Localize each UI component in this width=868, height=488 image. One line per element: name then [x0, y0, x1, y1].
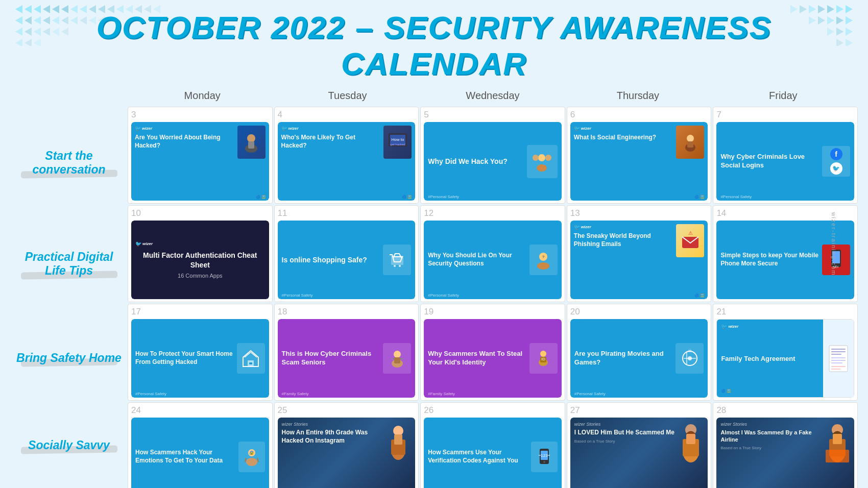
card-image-5 [527, 145, 558, 178]
svg-rect-110 [394, 434, 402, 445]
day-18: 18 This is How Cyber Criminals Scam Seni… [274, 304, 419, 401]
card-image-3 [237, 126, 266, 159]
card-title-4: Who's More Likely To Get Hacked? [281, 134, 381, 150]
day-21: 21 🐦wizer Family Tech Agreement 🔵 🖼️ [713, 304, 858, 401]
svg-rect-65 [687, 141, 693, 148]
card-title-26: How Scammers Use Your Verification Codes… [428, 449, 528, 465]
hashtag-20: #Personal Safety [574, 392, 606, 396]
cell-content-17[interactable]: How To Protect Your Smart Home From Gett… [131, 319, 269, 398]
svg-text:?: ? [542, 255, 545, 259]
card-icons-3: 🔵 🖼️ [256, 195, 266, 199]
date-28: 28 [716, 405, 854, 416]
hashtag-18: #Family Safety [282, 392, 309, 396]
day-header-thursday: Thursday [565, 87, 710, 105]
day-13: 13 🐦wizer The Sneaky World Beyond Phishi… [567, 205, 712, 302]
svg-point-67 [394, 265, 396, 267]
day-7: 7 Why Cyber Criminals Love Social Logins… [713, 107, 858, 204]
cell-content-25[interactable]: wizer Stories How An Entire 9th Grade Wa… [278, 418, 416, 488]
date-12: 12 [424, 208, 562, 218]
svg-rect-124 [833, 434, 842, 444]
date-3: 3 [131, 110, 269, 120]
cell-content-13[interactable]: 🐦wizer The Sneaky World Beyond Phishing … [570, 221, 708, 299]
cell-content-28[interactable]: wizer Stories Almost I Was Scammed By a … [716, 418, 854, 488]
svg-point-62 [533, 155, 539, 161]
svg-rect-99 [831, 357, 846, 358]
day-header-monday: Monday [130, 87, 275, 105]
cell-content-14[interactable]: Simple Steps to keep Your Mobile Phone M… [716, 221, 854, 299]
date-10: 10 [131, 208, 269, 218]
day-6: 6 🐦wizer What Is Social Engineering? [567, 107, 712, 204]
svg-rect-103 [831, 369, 840, 370]
card-title-12: Why You Should Lie On Your Security Ques… [428, 252, 526, 267]
wizer-logo-10: 🐦wizer [135, 241, 153, 247]
card-image-18 [383, 343, 411, 374]
hashtag-5: #Personal Safety [428, 194, 459, 199]
cell-content-6[interactable]: 🐦wizer What Is Social Engineering? [570, 122, 708, 201]
svg-point-70 [537, 262, 549, 270]
page-title: OCTOBER 2022 – SECURITY AWARENESS CALEND… [15, 9, 853, 82]
card-image-27 [679, 422, 704, 465]
cell-content-24[interactable]: How Scammers Hack Your Emotions To Get T… [131, 418, 269, 488]
svg-text:NO!: NO! [833, 265, 839, 269]
svg-point-59 [538, 154, 545, 161]
svg-point-63 [687, 135, 694, 142]
cell-content-19[interactable]: Why Scammers Want To Steal Your Kid's Id… [424, 319, 562, 398]
card-bottom-icons-21: 🔵 🖼️ [721, 389, 819, 393]
date-17: 17 [131, 307, 269, 317]
cell-content-11[interactable]: Is online Shopping Safe? [278, 221, 416, 299]
card-image-24: 😰 [238, 442, 265, 472]
day-header-tuesday: Tuesday [275, 87, 420, 105]
card-title-10: Multi Factor Authentication Cheat Sheet [135, 251, 265, 269]
card-image-26: 123 [531, 442, 558, 472]
card-image-6 [676, 126, 704, 159]
day-11: 11 Is online Shopping Safe? [274, 205, 419, 302]
week-1: 3 🐦wizer Are You Worried About Being Hac… [128, 107, 858, 204]
svg-text:☠: ☠ [688, 348, 692, 353]
day-19: 19 Why Scammers Want To Steal Your Kid's… [420, 304, 565, 401]
cell-content-20[interactable]: Are you Pirating Movies and Games? ☠ [570, 319, 708, 398]
date-19: 19 [424, 307, 562, 317]
left-sidebar: Start the conversation Practical Digital… [10, 87, 128, 488]
card-title-14: Simple Steps to keep Your Mobile Phone M… [720, 252, 819, 267]
cell-content-12[interactable]: Why You Should Lie On Your Security Ques… [424, 221, 562, 299]
card-image-13: ⚠ [676, 224, 704, 257]
svg-rect-80 [249, 362, 252, 364]
svg-point-83 [394, 351, 401, 358]
date-14: 14 [716, 208, 854, 218]
card-icons-6: 🔵 🖼️ [694, 195, 705, 199]
card-icons-4: 🔵 🖼️ [402, 195, 412, 199]
card-title-13: The Sneaky World Beyond Phishing Emails [574, 232, 674, 248]
cell-content-26[interactable]: How Scammers Use Your Verification Codes… [424, 418, 562, 488]
day-25: 25 wizer Stories How An Entire 9th Grade… [274, 402, 419, 488]
svg-point-60 [537, 164, 547, 172]
card-image-25 [385, 422, 411, 462]
svg-point-113 [543, 461, 545, 463]
card-title-6: What Is Social Engineering? [574, 134, 674, 142]
svg-rect-87 [400, 358, 403, 359]
svg-rect-115 [548, 455, 550, 456]
week-4: 24 How Scammers Hack Your Emotions To Ge… [128, 402, 858, 488]
day-4: 4 🐦wizer Who's More Likely To Get Hacked… [274, 107, 419, 204]
cell-content-7[interactable]: Why Cyber Criminals Love Social Logins f… [716, 122, 854, 201]
cell-content-18[interactable]: This is How Cyber Criminals Scam Seniors [278, 319, 416, 398]
cell-content-4[interactable]: 🐦wizer Who's More Likely To Get Hacked? … [278, 122, 416, 201]
cell-content-3[interactable]: 🐦wizer Are You Worried About Being Hacke… [131, 122, 269, 201]
svg-point-61 [545, 155, 551, 161]
day-10: 10 🐦wizer Multi Factor Authentication Ch… [128, 205, 273, 302]
date-27: 27 [570, 405, 708, 416]
card-image-14: NO! [822, 245, 850, 275]
cell-content-21[interactable]: 🐦wizer Family Tech Agreement 🔵 🖼️ [716, 319, 854, 398]
wizer-logo-21: 🐦wizer [721, 324, 819, 329]
cell-content-10[interactable]: 🐦wizer Multi Factor Authentication Cheat… [131, 221, 269, 299]
card-title-24: How Scammers Hack Your Emotions To Get T… [135, 449, 235, 465]
date-21: 21 [716, 307, 854, 317]
calendar-grid: 3 🐦wizer Are You Worried About Being Hac… [128, 107, 858, 488]
card-title-5: Why Did We Hack You? [428, 157, 524, 166]
date-11: 11 [278, 208, 416, 218]
card-image-11 [383, 245, 411, 275]
cell-content-27[interactable]: wizer Stories I LOVED Him But He Scammed… [570, 418, 708, 488]
card-image-17 [237, 343, 265, 374]
cell-content-5[interactable]: Why Did We Hack You? #Personal [424, 122, 562, 201]
date-13: 13 [570, 208, 708, 218]
svg-text:ID: ID [541, 357, 545, 361]
